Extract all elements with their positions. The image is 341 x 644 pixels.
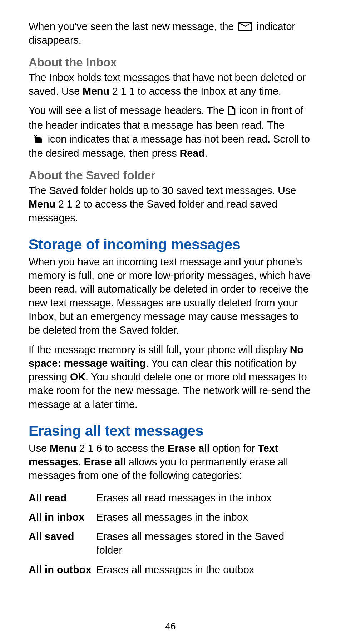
erase-all-label: Erase all xyxy=(84,456,126,468)
menu-label: Menu xyxy=(50,443,76,454)
manual-page: When you've seen the last new message, t… xyxy=(0,0,341,644)
table-row: All read Erases all read messages in the… xyxy=(29,488,312,508)
text: 2 1 6 to access the xyxy=(76,443,168,454)
text: When you've seen the last new message, t… xyxy=(29,21,237,32)
erase-option-desc: Erases all messages in the outbox xyxy=(97,560,312,579)
text: 2 1 2 to access the Saved folder and rea… xyxy=(29,198,277,223)
text: The Saved folder holds up to 30 saved te… xyxy=(29,185,296,196)
about-inbox-heading: About the Inbox xyxy=(29,56,312,69)
erase-option-label: All saved xyxy=(29,531,74,542)
text: Use xyxy=(29,443,50,454)
erase-option-desc: Erases all read messages in the inbox xyxy=(97,488,312,508)
read-label: Read xyxy=(179,148,204,159)
text: icon indicates that a message has not be… xyxy=(29,133,310,159)
text: 2 1 1 to access the Inbox at any time. xyxy=(109,85,281,97)
ok-label: OK xyxy=(70,371,85,383)
menu-label: Menu xyxy=(29,198,55,210)
table-row: All saved Erases all messages stored in … xyxy=(29,527,312,560)
erase-all-label: Erase all xyxy=(168,443,210,454)
storage-heading: Storage of incoming messages xyxy=(29,236,312,253)
table-row: All in inbox Erases all messages in the … xyxy=(29,508,312,527)
erase-option-label: All read xyxy=(29,492,66,504)
text: You will see a list of message headers. … xyxy=(29,105,227,116)
intro-paragraph: When you've seen the last new message, t… xyxy=(29,20,312,47)
erasing-p: Use Menu 2 1 6 to access the Erase all o… xyxy=(29,441,312,483)
table-row: All in outbox Erases all messages in the… xyxy=(29,560,312,579)
page-unread-icon xyxy=(34,133,43,146)
erase-option-label: All in inbox xyxy=(29,511,84,523)
text: . xyxy=(78,456,84,468)
erase-options-table: All read Erases all read messages in the… xyxy=(29,488,312,579)
storage-p1: When you have an incoming text message a… xyxy=(29,255,312,337)
about-saved-p: The Saved folder holds up to 30 saved te… xyxy=(29,184,312,225)
page-read-icon xyxy=(228,105,236,118)
erase-option-label: All in outbox xyxy=(29,564,92,575)
menu-label: Menu xyxy=(83,85,109,97)
storage-p2: If the message memory is still full, you… xyxy=(29,343,312,411)
page-number: 46 xyxy=(0,621,341,632)
about-inbox-p2: You will see a list of message headers. … xyxy=(29,104,312,160)
erase-option-desc: Erases all messages stored in the Saved … xyxy=(97,527,312,560)
envelope-icon xyxy=(238,22,252,31)
about-saved-heading: About the Saved folder xyxy=(29,169,312,182)
text: . xyxy=(205,148,208,159)
erasing-heading: Erasing all text messages xyxy=(29,423,312,439)
text: option for xyxy=(210,443,258,454)
erase-option-desc: Erases all messages in the inbox xyxy=(97,508,312,527)
text: If the message memory is still full, you… xyxy=(29,344,290,355)
about-inbox-p1: The Inbox holds text messages that have … xyxy=(29,71,312,98)
